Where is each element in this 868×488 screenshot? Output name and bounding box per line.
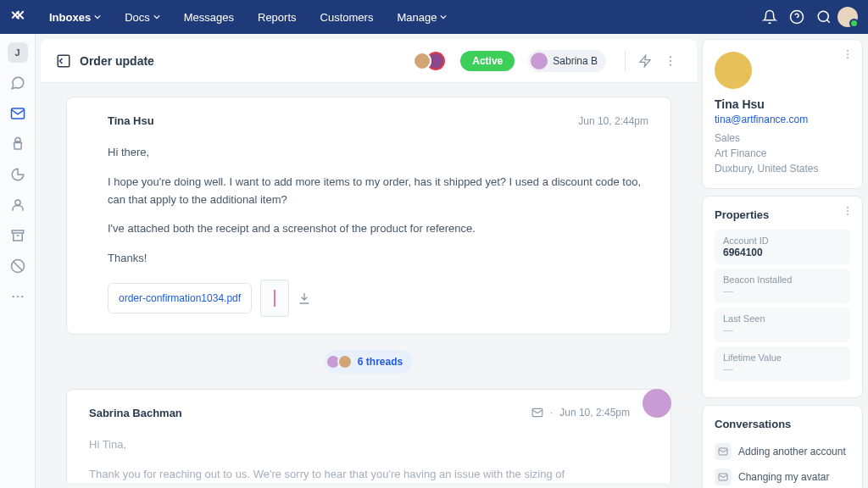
- properties-card: Properties Account ID 6964100 Beacon Ins…: [702, 196, 863, 398]
- people-icon[interactable]: [8, 195, 28, 215]
- conversations-title: Conversations: [715, 418, 850, 430]
- nav-reports[interactable]: Reports: [246, 11, 309, 24]
- svg-point-14: [847, 53, 849, 55]
- help-icon[interactable]: [783, 3, 810, 30]
- svg-point-18: [847, 214, 849, 215]
- envelope-icon: [715, 443, 732, 460]
- nav-messages[interactable]: Messages: [172, 11, 246, 24]
- svg-point-2: [15, 200, 20, 205]
- back-icon[interactable]: [56, 53, 71, 69]
- user-avatar[interactable]: [837, 7, 858, 27]
- app-logo[interactable]: [10, 9, 25, 25]
- customer-avatar: [715, 52, 752, 89]
- bolt-icon[interactable]: [634, 50, 656, 72]
- card-menu-icon[interactable]: [842, 205, 854, 217]
- svg-point-16: [847, 207, 849, 208]
- property-item[interactable]: Last Seen —: [715, 308, 850, 342]
- archive-icon[interactable]: [8, 225, 28, 246]
- message-card: Tina Hsu Jun 10, 2:44pm Hi there, I hope…: [66, 97, 671, 335]
- workspace-badge[interactable]: J: [8, 42, 28, 63]
- conversation-header: Order update Active Sabrina B: [41, 39, 697, 83]
- reply-row: Sabrina Bachman · Jun 10, 2:45pm Hi Tina…: [41, 389, 697, 483]
- message-from: Sabrina Bachman: [89, 407, 182, 419]
- conversation-title: Order update: [80, 54, 154, 68]
- svg-point-7: [21, 296, 23, 297]
- svg-point-15: [847, 57, 849, 58]
- card-menu-icon[interactable]: [842, 48, 854, 60]
- thread-avatar: [337, 354, 353, 369]
- more-vertical-icon[interactable]: [659, 50, 682, 72]
- attachments: order-confirmation1034.pdf: [108, 280, 648, 317]
- svg-point-5: [12, 296, 14, 297]
- customer-meta: Sales Art Finance Duxbury, United States: [715, 130, 850, 176]
- svg-point-13: [847, 50, 849, 52]
- bell-icon[interactable]: [756, 3, 783, 30]
- svg-point-10: [670, 60, 671, 62]
- reports-icon[interactable]: [8, 164, 28, 185]
- reply-card: Sabrina Bachman · Jun 10, 2:45pm Hi Tina…: [66, 389, 671, 483]
- nav-customers[interactable]: Customers: [309, 11, 386, 24]
- property-item[interactable]: Beacon Installed —: [715, 269, 850, 303]
- main-column: Order update Active Sabrina B: [36, 34, 702, 488]
- assignee-avatar: [531, 53, 548, 69]
- participant-avatar: [413, 52, 431, 70]
- properties-title: Properties: [715, 208, 850, 221]
- attachment-thumbnail[interactable]: [260, 280, 289, 317]
- property-item[interactable]: Account ID 6964100: [715, 230, 850, 264]
- inbox-icon[interactable]: [8, 103, 28, 124]
- envelope-icon: [715, 469, 732, 485]
- message-body: Hi there, I hope you're doing well. I wa…: [108, 144, 648, 268]
- more-icon[interactable]: [8, 286, 28, 307]
- property-item[interactable]: Lifetime Value —: [715, 347, 850, 381]
- customer-name: Tina Hsu: [715, 97, 850, 111]
- message-time: Jun 10, 2:44pm: [578, 115, 648, 127]
- svg-point-9: [670, 56, 671, 58]
- blocked-icon[interactable]: [8, 256, 28, 276]
- search-icon[interactable]: [810, 3, 837, 30]
- conversation-link[interactable]: Adding another account: [715, 439, 850, 464]
- message-body: Hi Tina, Thank you for reaching out to u…: [89, 436, 630, 483]
- customer-email[interactable]: tina@artfinance.com: [715, 114, 850, 125]
- nav-manage[interactable]: Manage: [385, 11, 459, 24]
- participant-avatars[interactable]: [418, 52, 445, 70]
- chat-icon[interactable]: [8, 73, 28, 93]
- svg-point-17: [847, 210, 849, 212]
- svg-rect-3: [12, 230, 24, 233]
- threads-pill[interactable]: 6 threads: [325, 350, 413, 374]
- envelope-icon: [531, 407, 543, 419]
- attachment-file[interactable]: order-confirmation1034.pdf: [108, 283, 252, 313]
- nav-inboxes[interactable]: Inboxes: [37, 11, 113, 24]
- conversations-card: Conversations Adding another account Cha…: [702, 405, 863, 488]
- svg-point-1: [818, 11, 828, 21]
- sender-avatar: [643, 389, 671, 418]
- svg-point-6: [16, 296, 18, 297]
- folder-icon[interactable]: [8, 134, 28, 154]
- download-icon[interactable]: [298, 291, 311, 305]
- message-row: Tina Hsu Jun 10, 2:44pm Hi there, I hope…: [41, 83, 697, 335]
- customer-card: Tina Hsu tina@artfinance.com Sales Art F…: [702, 39, 863, 189]
- conversation-link[interactable]: Changing my avatar: [715, 464, 850, 488]
- nav-docs[interactable]: Docs: [113, 11, 172, 24]
- status-pill[interactable]: Active: [460, 51, 515, 71]
- left-rail: J: [0, 34, 36, 488]
- svg-point-11: [670, 64, 671, 65]
- top-nav: Inboxes Docs Messages Reports Customers …: [0, 0, 868, 34]
- right-sidebar: Tina Hsu tina@artfinance.com Sales Art F…: [702, 34, 868, 488]
- message-from: Tina Hsu: [108, 114, 154, 127]
- message-time: · Jun 10, 2:45pm: [531, 407, 630, 419]
- assignee-pill[interactable]: Sabrina B: [528, 50, 606, 72]
